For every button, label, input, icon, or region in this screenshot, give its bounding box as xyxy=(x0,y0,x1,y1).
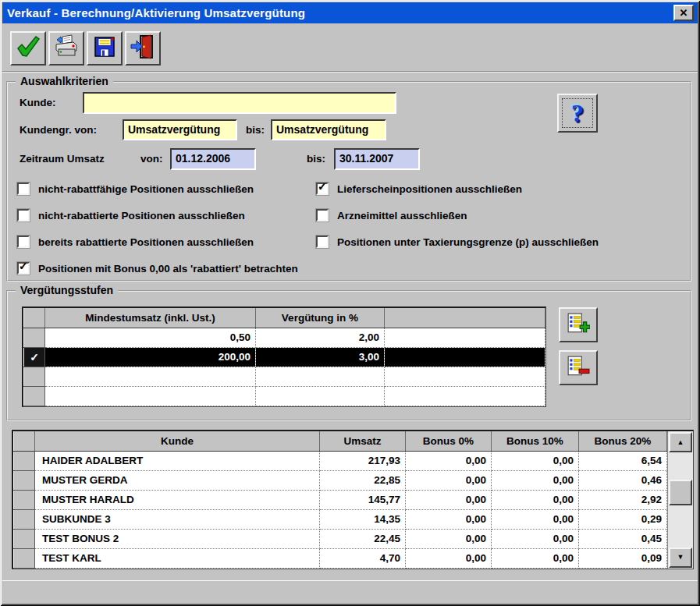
cell[interactable]: 0,00 xyxy=(492,490,579,509)
cell[interactable] xyxy=(385,328,545,347)
cell[interactable]: 0,00 xyxy=(492,509,579,529)
row-selector[interactable] xyxy=(14,451,35,470)
row-selector[interactable] xyxy=(14,509,35,529)
cell[interactable]: 22,45 xyxy=(320,529,406,548)
checkbox-label: Positionen mit Bonus 0,00 als 'rabattier… xyxy=(38,263,298,275)
cell[interactable]: 0,00 xyxy=(406,451,492,470)
cell[interactable] xyxy=(385,367,545,386)
cell[interactable]: 22,85 xyxy=(320,470,406,490)
checkbox-box[interactable]: ✓ xyxy=(316,183,329,195)
cell[interactable] xyxy=(385,347,545,367)
cell[interactable]: 0,00 xyxy=(492,548,579,568)
cell[interactable]: 0,00 xyxy=(492,529,579,548)
zeitraum-von-input[interactable]: 01.12.2006 xyxy=(170,148,256,170)
cell[interactable]: MUSTER HARALD xyxy=(35,490,320,509)
cell[interactable]: 2,92 xyxy=(579,490,667,509)
zeitraum-bis-input[interactable]: 30.11.2007 xyxy=(334,148,420,170)
checkbox-box[interactable] xyxy=(17,236,30,248)
checkbox-box[interactable] xyxy=(316,209,329,221)
cell[interactable]: 0,00 xyxy=(406,470,492,490)
titlebar[interactable]: Verkauf - Berechnung/Aktivierung Umsatzv… xyxy=(2,2,698,23)
table-row[interactable]: SUBKUNDE 314,350,000,000,29 xyxy=(14,509,667,529)
checkbox-left-2[interactable]: bereits rabattierte Positionen ausschlie… xyxy=(17,236,298,248)
add-row-button[interactable] xyxy=(559,307,598,342)
scrollbar-thumb[interactable] xyxy=(669,480,692,505)
cell[interactable]: SUBKUNDE 3 xyxy=(35,509,320,529)
cell[interactable]: 0,00 xyxy=(406,548,492,568)
table-row[interactable]: MUSTER GERDA22,850,000,000,46 xyxy=(14,470,667,490)
checkbox-label: Positionen unter Taxierungsgrenze (p) au… xyxy=(337,236,599,248)
kundengr-von-input[interactable]: Umsatzvergütung xyxy=(123,119,237,140)
cell[interactable]: 217,93 xyxy=(320,451,406,470)
checkbox-box[interactable] xyxy=(17,209,30,221)
table-row[interactable]: ✓200,003,00 xyxy=(24,347,545,367)
cell[interactable] xyxy=(385,386,545,406)
checkbox-right-0[interactable]: ✓Lieferscheinpositionen ausschließen xyxy=(316,183,599,195)
checkbox-box[interactable]: ✓ xyxy=(17,262,30,275)
cell[interactable] xyxy=(45,386,256,406)
cell[interactable]: MUSTER GERDA xyxy=(35,470,320,490)
kundengr-bis-input[interactable]: Umsatzvergütung xyxy=(271,119,386,140)
cell[interactable]: 200,00 xyxy=(45,347,256,367)
confirm-button[interactable] xyxy=(10,31,46,66)
cell[interactable]: TEST BONUS 2 xyxy=(35,529,320,548)
scroll-down-button[interactable]: ▼ xyxy=(669,548,692,568)
checkbox-right-1[interactable]: Arzneimittel ausschließen xyxy=(316,209,599,221)
zeitraum-von-label: von: xyxy=(140,153,163,165)
save-button[interactable] xyxy=(87,31,123,66)
checkbox-box[interactable] xyxy=(316,236,329,248)
cell[interactable]: 0,09 xyxy=(579,548,667,568)
table-row[interactable]: MUSTER HARALD145,770,000,002,92 xyxy=(14,490,667,509)
scroll-up-button[interactable]: ▲ xyxy=(669,432,692,452)
row-selector[interactable] xyxy=(24,367,45,386)
table-row[interactable] xyxy=(24,386,545,406)
checkbox-right-2[interactable]: Positionen unter Taxierungsgrenze (p) au… xyxy=(316,236,599,248)
row-selector[interactable] xyxy=(14,529,35,548)
cell[interactable]: 0,00 xyxy=(406,509,492,529)
checkbox-left-0[interactable]: nicht-rabattfähige Positionen ausschließ… xyxy=(17,183,298,195)
close-button[interactable]: ✕ xyxy=(673,5,694,21)
table-row[interactable]: TEST BONUS 222,450,000,000,45 xyxy=(14,529,667,548)
cell[interactable]: HAIDER ADALBERT xyxy=(35,451,320,470)
table-row[interactable]: TEST KARL4,700,000,000,09 xyxy=(14,548,667,568)
vertical-scrollbar[interactable]: ▲ ▼ xyxy=(667,431,693,569)
cell[interactable] xyxy=(256,367,385,386)
cell[interactable]: 2,00 xyxy=(256,328,385,347)
cell[interactable]: TEST KARL xyxy=(35,548,320,568)
cell[interactable]: 145,77 xyxy=(320,490,406,509)
print-button[interactable] xyxy=(48,31,84,66)
row-selector[interactable] xyxy=(14,548,35,568)
row-selector[interactable] xyxy=(24,328,45,347)
cell[interactable]: 0,29 xyxy=(579,509,667,529)
table-row[interactable] xyxy=(24,367,545,386)
checkbox-left-1[interactable]: nicht-rabattierte Positionen ausschließe… xyxy=(17,209,298,221)
selected-row-marker[interactable]: ✓ xyxy=(24,347,45,367)
exit-door-icon xyxy=(130,34,156,62)
row-selector[interactable] xyxy=(14,470,35,490)
checkbox-left-3[interactable]: ✓Positionen mit Bonus 0,00 als 'rabattie… xyxy=(17,262,298,275)
cell[interactable]: 6,54 xyxy=(579,451,667,470)
cell[interactable]: 0,00 xyxy=(406,490,492,509)
remove-row-button[interactable] xyxy=(559,350,598,385)
help-button[interactable]: ? xyxy=(557,94,598,133)
kunde-input[interactable] xyxy=(83,92,396,114)
cell[interactable]: 0,46 xyxy=(579,470,667,490)
table-row[interactable]: 0,502,00 xyxy=(24,328,545,347)
cell[interactable]: 0,50 xyxy=(45,328,256,347)
cell[interactable]: 14,35 xyxy=(320,509,406,529)
cell[interactable]: 4,70 xyxy=(320,548,406,568)
printer-icon xyxy=(53,34,80,62)
cell[interactable]: 0,45 xyxy=(579,529,667,548)
checkbox-box[interactable] xyxy=(17,183,30,195)
cell[interactable] xyxy=(45,367,256,386)
row-selector[interactable] xyxy=(24,386,45,406)
exit-button[interactable] xyxy=(125,31,161,66)
table-row[interactable]: HAIDER ADALBERT217,930,000,006,54 xyxy=(14,451,667,470)
cell[interactable]: 0,00 xyxy=(406,529,492,548)
cell[interactable] xyxy=(256,386,385,406)
cell[interactable]: 0,00 xyxy=(492,470,579,490)
cell[interactable]: 0,00 xyxy=(492,451,579,470)
cell[interactable]: 3,00 xyxy=(256,347,385,367)
row-selector[interactable] xyxy=(14,490,35,509)
column-header: Bonus 20% xyxy=(579,431,667,451)
